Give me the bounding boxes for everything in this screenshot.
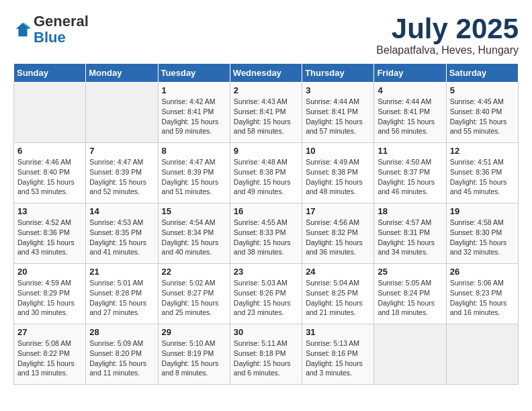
calendar-cell: 9Sunrise: 4:48 AMSunset: 8:38 PMDaylight… [230, 143, 302, 203]
svg-marker-0 [16, 23, 30, 37]
day-info: Sunrise: 4:56 AMSunset: 8:32 PMDaylight:… [306, 218, 370, 257]
calendar-cell: 23Sunrise: 5:03 AMSunset: 8:26 PMDayligh… [230, 264, 302, 324]
calendar-cell: 7Sunrise: 4:47 AMSunset: 8:39 PMDaylight… [86, 143, 158, 203]
day-info: Sunrise: 4:48 AMSunset: 8:38 PMDaylight:… [234, 157, 298, 197]
weekday-header-friday: Friday [374, 64, 446, 83]
day-number: 1 [162, 85, 226, 95]
day-info: Sunrise: 4:57 AMSunset: 8:31 PMDaylight:… [378, 218, 442, 257]
day-number: 18 [378, 206, 442, 216]
day-number: 31 [306, 327, 370, 337]
day-info: Sunrise: 4:55 AMSunset: 8:33 PMDaylight:… [234, 218, 298, 257]
calendar-week-row: 6Sunrise: 4:46 AMSunset: 8:40 PMDaylight… [14, 143, 519, 203]
day-info: Sunrise: 5:10 AMSunset: 8:19 PMDaylight:… [162, 338, 226, 378]
calendar-cell: 2Sunrise: 4:43 AMSunset: 8:41 PMDaylight… [230, 83, 302, 143]
day-info: Sunrise: 5:04 AMSunset: 8:25 PMDaylight:… [306, 278, 370, 318]
logo-blue-text: Blue [34, 29, 66, 46]
calendar-cell: 16Sunrise: 4:55 AMSunset: 8:33 PMDayligh… [230, 203, 302, 264]
day-info: Sunrise: 5:09 AMSunset: 8:20 PMDaylight:… [89, 338, 154, 378]
calendar-week-row: 1Sunrise: 4:42 AMSunset: 8:41 PMDaylight… [14, 83, 519, 143]
day-number: 4 [378, 85, 442, 95]
day-number: 20 [17, 267, 82, 277]
day-number: 13 [17, 206, 82, 216]
day-info: Sunrise: 5:02 AMSunset: 8:27 PMDaylight:… [162, 278, 226, 318]
logo: General Blue [13, 13, 89, 46]
day-info: Sunrise: 5:13 AMSunset: 8:16 PMDaylight:… [306, 338, 370, 378]
calendar-cell: 26Sunrise: 5:06 AMSunset: 8:23 PMDayligh… [446, 264, 518, 324]
calendar-week-row: 20Sunrise: 4:59 AMSunset: 8:29 PMDayligh… [14, 264, 519, 324]
weekday-header-tuesday: Tuesday [158, 64, 230, 83]
day-number: 5 [450, 85, 515, 95]
logo-general-text: General [34, 13, 89, 30]
calendar-cell: 8Sunrise: 4:47 AMSunset: 8:39 PMDaylight… [158, 143, 230, 203]
day-info: Sunrise: 4:43 AMSunset: 8:41 PMDaylight:… [234, 97, 298, 136]
day-number: 27 [17, 327, 82, 337]
weekday-header-thursday: Thursday [302, 64, 374, 83]
calendar-cell [446, 324, 518, 385]
weekday-header-wednesday: Wednesday [230, 64, 302, 83]
calendar-cell [14, 83, 86, 143]
calendar-cell: 21Sunrise: 5:01 AMSunset: 8:28 PMDayligh… [86, 264, 158, 324]
day-number: 21 [89, 267, 154, 277]
day-number: 12 [450, 146, 515, 156]
title-block: July 2025 Belapatfalva, Heves, Hungary [376, 13, 519, 56]
day-number: 26 [450, 267, 515, 277]
calendar-cell: 29Sunrise: 5:10 AMSunset: 8:19 PMDayligh… [158, 324, 230, 385]
day-info: Sunrise: 4:44 AMSunset: 8:41 PMDaylight:… [378, 97, 442, 136]
calendar-cell: 5Sunrise: 4:45 AMSunset: 8:40 PMDaylight… [446, 83, 518, 143]
day-info: Sunrise: 4:49 AMSunset: 8:38 PMDaylight:… [306, 157, 370, 197]
day-info: Sunrise: 5:06 AMSunset: 8:23 PMDaylight:… [450, 278, 515, 318]
day-info: Sunrise: 4:51 AMSunset: 8:36 PMDaylight:… [450, 157, 515, 197]
day-number: 6 [17, 146, 82, 156]
calendar-cell: 13Sunrise: 4:52 AMSunset: 8:36 PMDayligh… [14, 203, 86, 264]
calendar-cell: 12Sunrise: 4:51 AMSunset: 8:36 PMDayligh… [446, 143, 518, 203]
day-info: Sunrise: 5:08 AMSunset: 8:22 PMDaylight:… [17, 338, 82, 378]
calendar-cell: 14Sunrise: 4:53 AMSunset: 8:35 PMDayligh… [86, 203, 158, 264]
day-number: 25 [378, 267, 442, 277]
day-info: Sunrise: 5:03 AMSunset: 8:26 PMDaylight:… [234, 278, 298, 318]
day-number: 19 [450, 206, 515, 216]
day-number: 22 [162, 267, 226, 277]
calendar-table: SundayMondayTuesdayWednesdayThursdayFrid… [13, 63, 519, 385]
calendar-cell: 24Sunrise: 5:04 AMSunset: 8:25 PMDayligh… [302, 264, 374, 324]
day-number: 24 [306, 267, 370, 277]
day-info: Sunrise: 4:54 AMSunset: 8:34 PMDaylight:… [162, 218, 226, 257]
calendar-cell: 17Sunrise: 4:56 AMSunset: 8:32 PMDayligh… [302, 203, 374, 264]
calendar-week-row: 13Sunrise: 4:52 AMSunset: 8:36 PMDayligh… [14, 203, 519, 264]
day-number: 10 [306, 146, 370, 156]
day-info: Sunrise: 4:45 AMSunset: 8:40 PMDaylight:… [450, 97, 515, 136]
day-info: Sunrise: 5:11 AMSunset: 8:18 PMDaylight:… [234, 338, 298, 378]
day-number: 30 [234, 327, 298, 337]
day-number: 9 [234, 146, 298, 156]
month-title: July 2025 [376, 13, 519, 44]
calendar-week-row: 27Sunrise: 5:08 AMSunset: 8:22 PMDayligh… [14, 324, 519, 385]
weekday-header-monday: Monday [86, 64, 158, 83]
day-info: Sunrise: 4:44 AMSunset: 8:41 PMDaylight:… [306, 97, 370, 136]
calendar-cell [86, 83, 158, 143]
day-info: Sunrise: 4:58 AMSunset: 8:30 PMDaylight:… [450, 218, 515, 257]
day-number: 29 [162, 327, 226, 337]
day-info: Sunrise: 5:01 AMSunset: 8:28 PMDaylight:… [89, 278, 154, 318]
weekday-header-sunday: Sunday [14, 64, 86, 83]
day-number: 17 [306, 206, 370, 216]
calendar-cell: 28Sunrise: 5:09 AMSunset: 8:20 PMDayligh… [86, 324, 158, 385]
day-number: 16 [234, 206, 298, 216]
day-number: 28 [89, 327, 154, 337]
calendar-cell: 6Sunrise: 4:46 AMSunset: 8:40 PMDaylight… [14, 143, 86, 203]
day-info: Sunrise: 4:50 AMSunset: 8:37 PMDaylight:… [378, 157, 442, 197]
calendar-cell: 1Sunrise: 4:42 AMSunset: 8:41 PMDaylight… [158, 83, 230, 143]
day-number: 23 [234, 267, 298, 277]
calendar-cell: 27Sunrise: 5:08 AMSunset: 8:22 PMDayligh… [14, 324, 86, 385]
calendar-cell: 20Sunrise: 4:59 AMSunset: 8:29 PMDayligh… [14, 264, 86, 324]
day-info: Sunrise: 4:47 AMSunset: 8:39 PMDaylight:… [89, 157, 154, 197]
day-number: 11 [378, 146, 442, 156]
calendar-cell: 3Sunrise: 4:44 AMSunset: 8:41 PMDaylight… [302, 83, 374, 143]
logo-icon [13, 20, 32, 39]
location-subtitle: Belapatfalva, Heves, Hungary [376, 44, 519, 56]
day-info: Sunrise: 4:53 AMSunset: 8:35 PMDaylight:… [89, 218, 154, 257]
calendar-cell: 30Sunrise: 5:11 AMSunset: 8:18 PMDayligh… [230, 324, 302, 385]
calendar-cell: 19Sunrise: 4:58 AMSunset: 8:30 PMDayligh… [446, 203, 518, 264]
calendar-cell: 22Sunrise: 5:02 AMSunset: 8:27 PMDayligh… [158, 264, 230, 324]
day-info: Sunrise: 4:46 AMSunset: 8:40 PMDaylight:… [17, 157, 82, 197]
calendar-cell: 15Sunrise: 4:54 AMSunset: 8:34 PMDayligh… [158, 203, 230, 264]
weekday-header-saturday: Saturday [446, 64, 518, 83]
